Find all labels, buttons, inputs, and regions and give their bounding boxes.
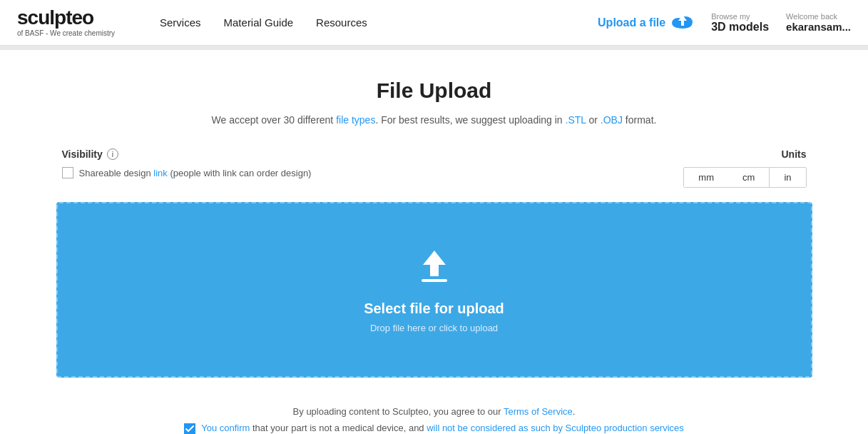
cloud-upload-icon (671, 13, 694, 33)
tos-line: By uploading content to Sculpteo, you ag… (56, 406, 812, 417)
units-buttons: mm cm in (683, 167, 806, 188)
file-types-link[interactable]: file types (336, 114, 375, 126)
confirm-checkbox[interactable] (184, 423, 195, 434)
welcome-label: Welcome back (786, 12, 837, 21)
shareable-row: Shareable design link (people with link … (62, 167, 312, 178)
obj-link[interactable]: .OBJ (601, 114, 623, 126)
logo-text[interactable]: sculpteo (17, 8, 131, 28)
navbar: sculpteo of BASF - We create chemistry S… (0, 0, 868, 46)
page-title: File Upload (56, 79, 812, 103)
shareable-checkbox[interactable] (62, 167, 73, 178)
nav-links: Services Material Guide Resources (160, 16, 598, 29)
upload-label: Upload a file (598, 16, 665, 29)
browse-models[interactable]: Browse my 3D models (711, 12, 769, 34)
confirm-link1[interactable]: You confirm (201, 423, 250, 433)
visibility-section: Visibility i Shareable design link (peop… (62, 148, 312, 178)
browse-value: 3D models (711, 21, 769, 34)
visibility-label: Visibility i (62, 148, 118, 160)
upload-arrow-icon (413, 246, 456, 289)
upload-file-button[interactable]: Upload a file (598, 13, 694, 33)
logo-sub: of BASF - We create chemistry (17, 29, 131, 37)
welcome-value: ekaransam... (786, 21, 851, 33)
logo-area: sculpteo of BASF - We create chemistry (17, 8, 131, 37)
stl-link[interactable]: .STL (566, 114, 586, 126)
svg-rect-5 (422, 279, 447, 282)
unit-btn-cm[interactable]: cm (728, 168, 770, 187)
unit-btn-in[interactable]: in (770, 168, 805, 187)
tos-link[interactable]: Terms of Service (504, 406, 573, 417)
main-content: File Upload We accept over 30 different … (42, 50, 827, 434)
unit-btn-mm[interactable]: mm (683, 167, 729, 188)
nav-link-material-guide[interactable]: Material Guide (224, 16, 294, 29)
browse-label: Browse my (711, 12, 750, 21)
nav-right: Upload a file Browse my 3D models Welcom… (598, 12, 851, 34)
drop-zone[interactable]: Select file for upload Drop file here or… (56, 202, 812, 378)
shareable-text: Shareable design link (people with link … (79, 168, 312, 178)
visibility-info-icon[interactable]: i (107, 148, 118, 160)
drop-title: Select file for upload (364, 301, 504, 317)
subtitle: We accept over 30 different file types. … (56, 114, 812, 126)
footer-notes: By uploading content to Sculpteo, you ag… (56, 395, 812, 434)
units-section: Units mm cm in (683, 148, 806, 188)
units-label: Units (782, 148, 807, 160)
options-row: Visibility i Shareable design link (peop… (56, 148, 812, 188)
nav-link-resources[interactable]: Resources (316, 16, 367, 29)
svg-marker-4 (423, 251, 446, 276)
shareable-link[interactable]: link (153, 168, 168, 178)
welcome-area[interactable]: Welcome back ekaransam... (786, 12, 851, 33)
confirm-row: You confirm that your part is not a medi… (56, 423, 812, 434)
confirm-link2[interactable]: will not be considered as such by Sculpt… (427, 423, 684, 433)
drop-sub: Drop file here or click to upload (370, 323, 498, 333)
nav-link-services[interactable]: Services (160, 16, 201, 29)
